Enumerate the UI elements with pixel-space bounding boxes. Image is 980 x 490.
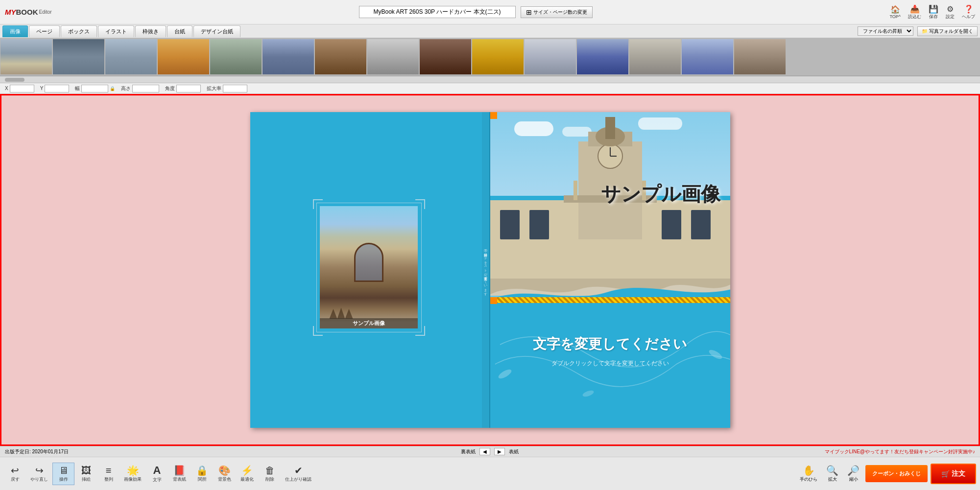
back-cover[interactable]: サンプル画像 下の黄緑枠にテキストが文字審査っています — [250, 112, 490, 428]
y-label: Y — [40, 86, 44, 91]
save-icon: 💾 — [929, 4, 938, 14]
photo-thumb-11[interactable] — [525, 39, 576, 74]
front-sample-text: サンプル画像 — [601, 181, 720, 208]
top-save[interactable]: 💾 保存 — [929, 4, 938, 20]
tool-insert[interactable]: 🖼 挿絵 — [75, 463, 97, 485]
size-change-button[interactable]: ⊞ サイズ・ページ数の変更 — [521, 6, 593, 18]
delete-icon: 🗑 — [265, 465, 275, 476]
zoom-out-icon: 🔎 — [847, 465, 860, 476]
order-button[interactable]: 🛒 注文 — [931, 464, 976, 484]
tab-mount[interactable]: 台紙 — [167, 25, 192, 37]
bottom-right: ✋ 手のひら 🔍 拡大 🔎 縮小 クーポン・おみくじ 🛒 注文 — [797, 463, 976, 485]
page-back-label: 裏表紙 — [461, 448, 476, 455]
operation-icon: 🖥 — [59, 465, 69, 476]
align-label: 整列 — [104, 476, 113, 483]
tab-frame[interactable]: 枠抜き — [135, 25, 166, 37]
top-load[interactable]: 📥 読込む — [908, 4, 921, 20]
operation-label: 操作 — [59, 476, 68, 483]
sort-select[interactable]: ファイル名の昇順 — [858, 26, 913, 36]
page-prev-button[interactable]: ◀ — [479, 448, 490, 455]
tool-redo[interactable]: ↪ やり直し — [26, 463, 52, 485]
tool-undo[interactable]: ↩ 戻す — [4, 463, 26, 485]
photo-thumb-2[interactable] — [53, 39, 104, 74]
photo-thumb-7[interactable] — [315, 39, 366, 74]
tab-design[interactable]: デザイン台紙 — [193, 25, 240, 37]
front-cover[interactable]: サンプル画像 — [490, 112, 730, 428]
w-input[interactable] — [81, 85, 108, 93]
photo-thumb-12[interactable] — [577, 39, 628, 74]
preview-icon: ✔ — [294, 465, 303, 476]
coupon-button[interactable]: クーポン・おみくじ — [865, 465, 928, 482]
tab-page[interactable]: ページ — [29, 25, 60, 37]
title-bar: MyBook ART 260S 30P ハードカバー 本文(二ス) ⊞ サイズ・… — [62, 6, 890, 18]
tool-bg-color[interactable]: 🎨 背景色 — [214, 463, 236, 485]
svg-rect-4 — [691, 210, 711, 239]
angle-label: 角度 — [165, 85, 175, 92]
photo-thumb-3[interactable] — [105, 39, 157, 74]
top-settings[interactable]: ⚙ 設定 — [946, 4, 955, 20]
x-input[interactable] — [10, 85, 34, 93]
photo-thumb-9[interactable] — [420, 39, 471, 74]
w-label: 幅 — [75, 85, 80, 92]
h-field: 高さ — [121, 85, 159, 93]
photo-thumb-4[interactable] — [158, 39, 209, 74]
zoom-input[interactable] — [223, 85, 247, 93]
photo-thumb-10[interactable] — [472, 39, 524, 74]
stripe-band — [490, 297, 730, 303]
svg-rect-3 — [662, 210, 681, 239]
tool-delete[interactable]: 🗑 削除 — [259, 463, 281, 485]
tool-align[interactable]: ≡ 整列 — [97, 463, 120, 485]
wave-section: 文字を変更してください ダブルクリックして文字を変更してください — [490, 296, 730, 428]
tool-image-effect[interactable]: 🌟 画像効果 — [120, 463, 145, 485]
home-icon: 🏠 — [890, 5, 900, 14]
photo-folder-label: 写真フォルダを開く — [929, 28, 973, 35]
text-icon: A — [153, 464, 161, 477]
folder-icon: 📁 — [922, 28, 928, 34]
photo-thumb-14[interactable] — [682, 39, 733, 74]
tab-image[interactable]: 画像 — [2, 25, 28, 37]
h-input[interactable] — [132, 85, 159, 93]
top-help[interactable]: ❓ ヘルプ — [962, 4, 975, 20]
page-front-label: 表紙 — [509, 448, 519, 455]
tab-illust[interactable]: イラスト — [98, 25, 134, 37]
image-effect-icon: 🌟 — [127, 465, 139, 476]
zoom-in-label: 拡大 — [828, 476, 837, 483]
photo-thumb-1[interactable] — [0, 39, 52, 74]
tab-box[interactable]: ボックス — [61, 25, 97, 37]
zoom-in-icon: 🔍 — [826, 465, 838, 476]
gear-icon: ⚙ — [947, 4, 954, 14]
main-area: サンプル画像 下の黄緑枠にテキストが文字審査っています — [0, 94, 980, 446]
tool-zoom-in[interactable]: 🔍 拡大 — [823, 463, 841, 485]
tool-text[interactable]: A 文字 — [146, 462, 168, 485]
angle-input[interactable] — [176, 85, 201, 93]
top-home[interactable]: 🏠 TOP^ — [889, 5, 901, 19]
photo-thumb-13[interactable] — [629, 39, 681, 74]
photo-thumb-8[interactable] — [367, 39, 419, 74]
tool-operation[interactable]: 🖥 操作 — [52, 463, 74, 485]
hand-icon: ✋ — [803, 465, 815, 476]
spine-label: 背表紙 — [173, 476, 186, 483]
tab-right: ファイル名の昇順 📁 写真フォルダを開く — [858, 26, 978, 36]
orange-marker-top — [490, 112, 497, 119]
tool-hand[interactable]: ✋ 手のひら — [797, 463, 820, 485]
tool-preview[interactable]: ✔ 仕上がり確認 — [281, 463, 315, 485]
tool-spine[interactable]: 📕 背表紙 — [168, 463, 191, 485]
w-field: 幅 🔒 — [75, 85, 115, 93]
cart-icon: 🛒 — [941, 470, 950, 478]
tool-zoom-out[interactable]: 🔎 縮小 — [844, 463, 862, 485]
tool-optimize[interactable]: ⚡ 最適化 — [236, 463, 258, 485]
photo-folder-button[interactable]: 📁 写真フォルダを開く — [917, 26, 978, 36]
promo-text: マイブックLINE@やってます！友だち登録キャンペーン好評実施中♪ — [652, 448, 975, 455]
strip-scrollbar[interactable] — [0, 76, 980, 83]
photo-thumb-15[interactable] — [734, 39, 786, 74]
scroll-thumb-left — [5, 78, 24, 82]
align-icon: ≡ — [106, 465, 112, 476]
hand-label: 手のひら — [800, 476, 817, 483]
status-bar: 出版予定日: 2020年01月17日 裏表紙 ◀ ▶ 表紙 マイブックLINE@… — [0, 446, 980, 457]
page-next-button[interactable]: ▶ — [494, 448, 505, 455]
y-input[interactable] — [45, 85, 69, 93]
tool-gate[interactable]: 🔒 関所 — [191, 463, 213, 485]
back-cover-photo[interactable]: サンプル画像 — [320, 206, 418, 328]
photo-thumb-5[interactable] — [210, 39, 262, 74]
photo-thumb-6[interactable] — [263, 39, 314, 74]
